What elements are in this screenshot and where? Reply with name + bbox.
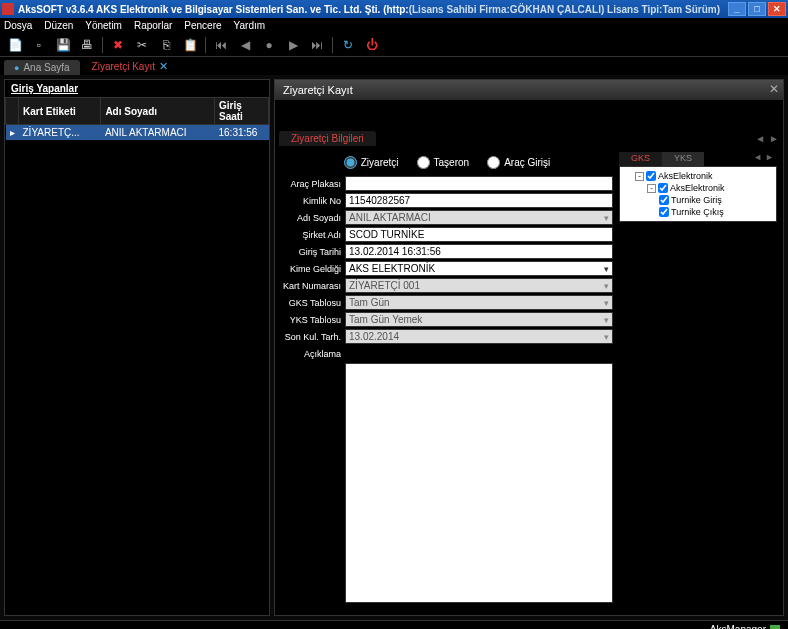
- section-prev-icon[interactable]: ◄: [755, 133, 765, 144]
- tree-toggle-icon[interactable]: -: [635, 172, 644, 181]
- bullet-icon: ●: [14, 63, 19, 73]
- input-gks[interactable]: Tam Gün: [345, 295, 613, 310]
- toolbar-separator: [102, 37, 103, 53]
- tabbar: ● Ana Sayfa Ziyaretçi Kayıt ✕: [0, 57, 788, 75]
- type-radio-group: Ziyaretçi Taşeron Araç Girişi: [281, 152, 613, 175]
- tree-node-leaf2[interactable]: Turnike Çıkış: [623, 206, 773, 218]
- radio-ziyaretci-input[interactable]: [344, 156, 357, 169]
- left-panel: Giriş Yapanlar Kart Etiketi Adı Soyadı G…: [4, 79, 270, 616]
- next-icon[interactable]: ▶: [284, 36, 302, 54]
- textarea-aciklama[interactable]: [345, 363, 613, 603]
- section-next-icon[interactable]: ►: [769, 133, 779, 144]
- tree-label-leaf2: Turnike Çıkış: [671, 207, 724, 217]
- close-button[interactable]: ✕: [768, 2, 786, 16]
- section-tabs: Ziyaretçi Bilgileri ◄ ►: [275, 130, 783, 146]
- tab-active-label: Ziyaretçi Kayıt: [92, 61, 155, 72]
- tree-tabs: GKS YKS ◄ ►: [619, 152, 777, 166]
- input-adsoyad[interactable]: ANIL AKTARMACI: [345, 210, 613, 225]
- label-kime: Kime Geldiği: [281, 264, 345, 274]
- input-kime[interactable]: AKS ELEKTRONİK: [345, 261, 613, 276]
- new-icon[interactable]: 📄: [6, 36, 24, 54]
- toolbar-separator: [205, 37, 206, 53]
- col-adi[interactable]: Adı Soyadı: [101, 98, 215, 125]
- tab-ziyaretci-kayit[interactable]: Ziyaretçi Kayıt ✕: [82, 58, 178, 75]
- tree-next-icon[interactable]: ►: [765, 152, 774, 166]
- copy-icon[interactable]: ⎘: [157, 36, 175, 54]
- statusbar: AksManager: [0, 620, 788, 629]
- col-arrow: [6, 98, 19, 125]
- row-indicator-icon: ▸: [6, 125, 19, 141]
- radio-arac[interactable]: Araç Girişi: [487, 156, 550, 169]
- tree-node-child[interactable]: - AksElektronik: [623, 182, 773, 194]
- cut-icon[interactable]: ✂: [133, 36, 151, 54]
- tree-node-leaf1[interactable]: Turnike Giriş: [623, 194, 773, 206]
- tree-check-child[interactable]: [658, 183, 668, 193]
- panel-close-icon[interactable]: ✕: [769, 82, 779, 96]
- label-yks: YKS Tablosu: [281, 315, 345, 325]
- tab-close-icon[interactable]: ✕: [159, 60, 168, 73]
- tree-tab-gks[interactable]: GKS: [619, 152, 662, 166]
- app-icon: [2, 3, 14, 15]
- section-tab-bilgileri[interactable]: Ziyaretçi Bilgileri: [279, 131, 376, 146]
- tree-node-root[interactable]: - AksElektronik: [623, 170, 773, 182]
- last-icon[interactable]: ⏭: [308, 36, 326, 54]
- radio-ziyaretci[interactable]: Ziyaretçi: [344, 156, 399, 169]
- open-icon[interactable]: ▫: [30, 36, 48, 54]
- col-giris[interactable]: Giriş Saati: [215, 98, 269, 125]
- delete-icon[interactable]: ✖: [109, 36, 127, 54]
- tree-toggle-icon[interactable]: -: [647, 184, 656, 193]
- tree-check-root[interactable]: [646, 171, 656, 181]
- label-sonkul: Son Kul. Tarh.: [281, 332, 345, 342]
- menu-raporlar[interactable]: Raporlar: [134, 20, 172, 31]
- tab-home[interactable]: ● Ana Sayfa: [4, 60, 80, 75]
- col-kart[interactable]: Kart Etiketi: [19, 98, 101, 125]
- record-icon[interactable]: ●: [260, 36, 278, 54]
- tree-tab-yks[interactable]: YKS: [662, 152, 704, 166]
- panel-header: Ziyaretçi Kayıt ✕: [275, 80, 783, 100]
- input-sonkul[interactable]: 13.02.2014: [345, 329, 613, 344]
- menubar: Dosya Düzen Yönetim Raporlar Pencere Yar…: [0, 18, 788, 33]
- prev-icon[interactable]: ◀: [236, 36, 254, 54]
- maximize-button[interactable]: □: [748, 2, 766, 16]
- left-panel-title: Giriş Yapanlar: [5, 80, 269, 97]
- input-yks[interactable]: Tam Gün Yemek: [345, 312, 613, 327]
- tree-label-child: AksElektronik: [670, 183, 725, 193]
- input-kimlik[interactable]: 11540282567: [345, 193, 613, 208]
- window-title: AksSOFT v3.6.4 AKS Elektronik ve Bilgisa…: [18, 4, 409, 15]
- radio-taseron[interactable]: Taşeron: [417, 156, 470, 169]
- cell-kart: ZİYARETÇ...: [19, 125, 101, 141]
- menu-dosya[interactable]: Dosya: [4, 20, 32, 31]
- menu-yonetim[interactable]: Yönetim: [85, 20, 122, 31]
- right-panel: Ziyaretçi Kayıt ✕ Ziyaretçi Bilgileri ◄ …: [274, 79, 784, 616]
- table-row[interactable]: ▸ ZİYARETÇ... ANIL AKTARMACI 16:31:56: [6, 125, 269, 141]
- input-giris[interactable]: 13.02.2014 16:31:56: [345, 244, 613, 259]
- refresh-icon[interactable]: ↻: [339, 36, 357, 54]
- menu-yardim[interactable]: Yardım: [234, 20, 266, 31]
- tree-label-root: AksElektronik: [658, 171, 713, 181]
- label-plaka: Araç Plakası: [281, 179, 345, 189]
- save-icon[interactable]: 💾: [54, 36, 72, 54]
- tree-check-leaf2[interactable]: [659, 207, 669, 217]
- tree-prev-icon[interactable]: ◄: [753, 152, 762, 166]
- tree-check-leaf1[interactable]: [659, 195, 669, 205]
- radio-taseron-input[interactable]: [417, 156, 430, 169]
- tree-label-leaf1: Turnike Giriş: [671, 195, 722, 205]
- menu-duzen[interactable]: Düzen: [44, 20, 73, 31]
- power-icon[interactable]: ⏻: [363, 36, 381, 54]
- status-label: AksManager: [710, 624, 766, 629]
- radio-arac-input[interactable]: [487, 156, 500, 169]
- label-aciklama: Açıklama: [281, 349, 345, 359]
- print-icon[interactable]: 🖶: [78, 36, 96, 54]
- tree-body: - AksElektronik - AksElektronik Turnike …: [619, 166, 777, 222]
- first-icon[interactable]: ⏮: [212, 36, 230, 54]
- input-sirket[interactable]: SCOD TURNİKE: [345, 227, 613, 242]
- menu-pencere[interactable]: Pencere: [184, 20, 221, 31]
- minimize-button[interactable]: _: [728, 2, 746, 16]
- label-kimlik: Kimlik No: [281, 196, 345, 206]
- paste-icon[interactable]: 📋: [181, 36, 199, 54]
- toolbar: 📄 ▫ 💾 🖶 ✖ ✂ ⎘ 📋 ⏮ ◀ ● ▶ ⏭ ↻ ⏻: [0, 33, 788, 57]
- input-plaka[interactable]: [345, 176, 613, 191]
- input-kart[interactable]: ZİYARETÇİ 001: [345, 278, 613, 293]
- tab-home-label: Ana Sayfa: [23, 62, 69, 73]
- toolbar-separator: [332, 37, 333, 53]
